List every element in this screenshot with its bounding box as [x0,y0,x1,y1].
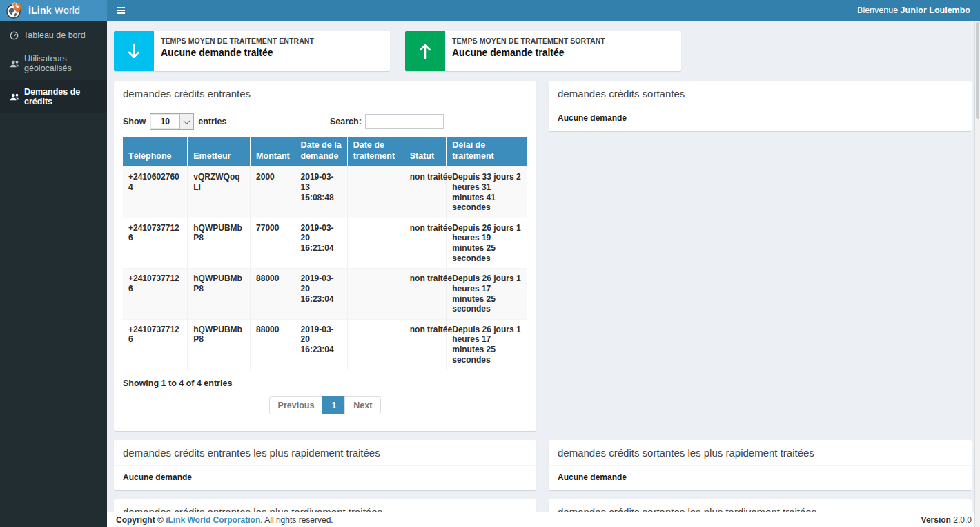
chevron-down-icon [179,114,193,129]
vertical-scrollbar[interactable] [974,21,980,527]
sidebar-link-demandes-de-credits[interactable]: Demandes de crédits [0,80,107,113]
stat-box-sortant: TEMPS MOYEN DE TRAITEMENT SORTANT Aucune… [405,31,681,71]
page-length-select[interactable]: 10 [150,113,194,130]
panel-body: Show 10 entries Search: [114,106,536,431]
cell-date-demande: 2019-03-20 16:23:04 [295,319,347,370]
previous-page-button[interactable]: Previous [269,396,324,414]
scrollbar-thumb[interactable] [976,22,979,119]
cell-emetteur: hQWPUBMbP8 [188,269,251,320]
search-control: Search: [320,114,527,129]
cell-montant: 88000 [251,319,295,370]
sidebar-item-tableau-de-bord: Tableau de bord [0,23,107,47]
cell-date-traitement [347,167,404,218]
panel-demandes-entrantes: demandes crédits entrantes Show 10 entri… [114,81,536,431]
cell-statut: non traitée [404,218,447,269]
datatable-controls: Show 10 entries Search: [123,113,527,130]
cell-delai: Depuis 26 jours 1 heures 17 minutes 25 s… [447,319,527,370]
cell-date-demande: 2019-03-13 15:08:48 [295,167,347,218]
arrow-down-icon [114,31,154,71]
cell-delai: Depuis 33 jours 2 heures 31 minutes 41 s… [447,167,527,218]
cell-telephone: +24107377126 [123,319,188,370]
column-header-montant[interactable]: Montant [251,137,295,167]
users-icon [10,59,19,68]
cell-delai: Depuis 26 jours 1 heures 17 minutes 25 s… [447,269,527,320]
panel-title: demandes crédits entrantes les plus rapi… [114,440,536,466]
column-header-date-traitement[interactable]: Date de traitement [347,137,404,167]
demandes-entrantes-table: Téléphone Emetteur Montant Date de la de… [123,137,527,370]
panel-body: Aucune demande [549,106,972,131]
cell-date-traitement [347,319,404,370]
sidebar-label: Demandes de crédits [24,87,104,106]
panel-entrantes-tardivement: demandes crédits entrantes les plus tard… [114,499,536,512]
app-logo-icon [6,2,23,19]
cell-statut: non traitée [404,269,447,320]
sidebar: Tableau de bord Utilisateurs géolocalisé… [0,21,107,527]
search-input[interactable] [365,114,444,129]
users-icon [10,93,19,102]
cell-emetteur: vQRZWQoqLI [188,167,251,218]
sidebar-label: Tableau de bord [23,30,86,40]
footer: Copyright © iLink World Corporation. All… [107,512,980,527]
next-page-button[interactable]: Next [344,396,381,414]
cell-date-demande: 2019-03-20 16:21:04 [295,218,347,269]
sidebar-label: Utilisateurs géolocalisés [24,54,104,73]
cell-delai: Depuis 26 jours 1 heures 19 minutes 25 s… [447,218,527,269]
cell-telephone: +24107377126 [123,269,188,320]
table-row: +24107377126 hQWPUBMbP8 88000 2019-03-20… [123,319,527,370]
version-text: Version 2.0.0 [921,515,972,525]
main-content: TEMPS MOYEN DE TRAITEMENT ENTRANT Aucune… [107,21,980,512]
column-header-delai[interactable]: Délai de traitement [447,137,527,167]
panel-title: demandes crédits sortantes les plus rapi… [549,440,972,466]
sidebar-link-tableau-de-bord[interactable]: Tableau de bord [0,23,107,47]
stat-title: TEMPS MOYEN DE TRAITEMENT SORTANT [452,37,605,45]
stat-box-entrant: TEMPS MOYEN DE TRAITEMENT ENTRANT Aucune… [114,31,390,71]
sidebar-item-utilisateurs-geolocalises: Utilisateurs géolocalisés [0,47,107,80]
cell-telephone: +24107377126 [123,218,188,269]
arrow-up-icon [405,31,445,71]
column-header-emetteur[interactable]: Emetteur [188,137,251,167]
cell-statut: non traitée [404,319,447,370]
stat-content: TEMPS MOYEN DE TRAITEMENT SORTANT Aucune… [445,31,612,71]
cell-emetteur: hQWPUBMbP8 [188,218,251,269]
cell-statut: non traitée [404,167,447,218]
column-header-telephone[interactable]: Téléphone [123,137,188,167]
table-row: +24107377126 hQWPUBMbP8 88000 2019-03-20… [123,269,527,320]
panel-body: Aucune demande [114,466,536,490]
cell-emetteur: hQWPUBMbP8 [188,319,251,370]
table-row: +24106027604 vQRZWQoqLI 2000 2019-03-13 … [123,167,527,218]
sidebar-menu: Tableau de bord Utilisateurs géolocalisé… [0,21,107,113]
panel-title: demandes crédits entrantes [114,81,536,106]
panel-body: Aucune demande [549,466,972,490]
cell-date-demande: 2019-03-20 16:23:04 [295,269,347,320]
empty-message: Aucune demande [558,472,963,482]
stat-content: TEMPS MOYEN DE TRAITEMENT ENTRANT Aucune… [154,31,321,71]
corporation-link[interactable]: iLink World Corporation [166,515,260,525]
cell-date-traitement [347,269,404,320]
sidebar-link-utilisateurs-geolocalises[interactable]: Utilisateurs géolocalisés [0,47,107,80]
cell-montant: 2000 [251,167,295,218]
cell-telephone: +24106027604 [123,167,188,218]
table-info-text: Showing 1 to 4 of 4 entries [123,379,527,388]
dashboard-icon [10,31,19,40]
sidebar-toggle-icon[interactable] [108,0,133,21]
panel-title: demandes crédits sortantes les plus tard… [549,499,972,512]
cell-montant: 88000 [251,269,295,320]
page-1-button[interactable]: 1 [322,396,345,414]
stat-value: Aucune demande traltée [452,47,605,58]
top-navbar: iLink World Bienvenue Junior Loulembo [0,0,980,21]
entries-label: entries [198,117,226,126]
empty-message: Aucune demande [558,113,963,123]
brand-title: iLink World [28,5,80,16]
table-header-row: Téléphone Emetteur Montant Date de la de… [123,137,527,167]
brand-link[interactable]: iLink World [0,0,107,21]
column-header-date-demande[interactable]: Date de la demande [295,137,347,167]
stat-title: TEMPS MOYEN DE TRAITEMENT ENTRANT [161,37,314,45]
panel-sortantes-tardivement: demandes crédits sortantes les plus tard… [549,499,972,512]
panel-sortantes-rapidement: demandes crédits sortantes les plus rapi… [549,440,972,490]
column-header-statut[interactable]: Statut [404,137,447,167]
sidebar-item-demandes-de-credits: Demandes de crédits [0,80,107,113]
search-label: Search: [330,117,362,126]
page-length-control: Show 10 entries [123,113,320,130]
pagination: Previous 1 Next [123,396,527,414]
cell-date-traitement [347,218,404,269]
